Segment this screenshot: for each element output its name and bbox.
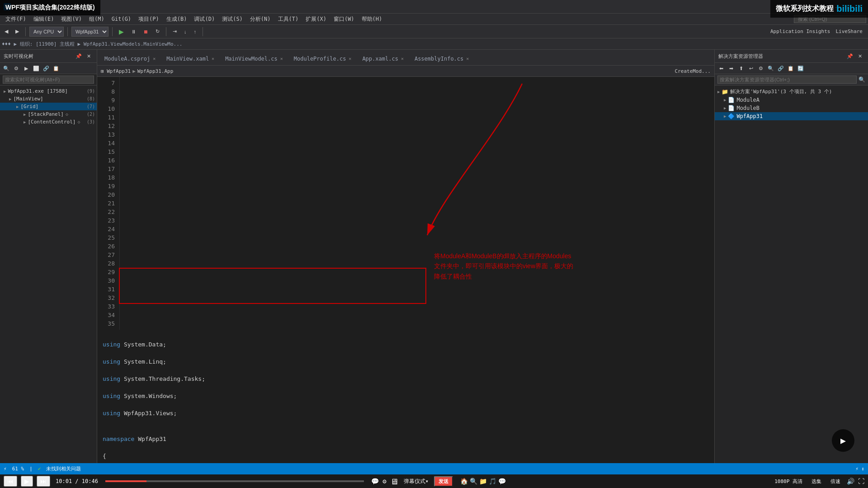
menu-help[interactable]: 帮助(H) (358, 14, 386, 24)
menu-file[interactable]: 文件(F) (2, 14, 30, 24)
taskbar-icon-3[interactable]: 📁 (479, 478, 487, 485)
toolbar-sep-3 (112, 27, 113, 36)
barrage-btn[interactable]: 弹幕仪式▾ (402, 478, 430, 485)
speed-btn[interactable]: 倍速 (828, 477, 843, 486)
menu-build[interactable]: 生成(B) (163, 14, 191, 24)
project-dropdown[interactable]: WpfApp31 (71, 27, 108, 37)
menu-view[interactable]: 视图(V) (57, 14, 85, 24)
config-dropdown[interactable]: Any CPU (29, 27, 64, 37)
tb-forward[interactable]: ▶ (13, 28, 22, 35)
tab-appxamlcs[interactable]: App.xaml.cs ✕ (357, 52, 409, 65)
tree-item-stackpanel[interactable]: ▶ [StackPanel] ◇ (2) (0, 110, 97, 118)
tab-moduleprofile[interactable]: ModuleProfile.cs ✕ (288, 52, 357, 65)
se-tb-2[interactable]: ➡ (726, 64, 736, 73)
prev-button[interactable]: ⏮ (4, 476, 17, 487)
step-over[interactable]: ⇥ (170, 28, 179, 35)
tab-close-moduleprofile[interactable]: ✕ (349, 56, 351, 61)
create-mod-tab[interactable]: CreateMod... (675, 68, 711, 74)
tree-item-grid[interactable]: ▶ [Grid] (7) (0, 103, 97, 110)
se-tb-1[interactable]: ⬅ (717, 64, 726, 73)
playback-time: 10:01 / 10:46 (56, 478, 98, 484)
menu-test[interactable]: 测试(S) (218, 14, 246, 24)
lv-tb-5[interactable]: 🔗 (42, 64, 51, 73)
menu-analyze[interactable]: 分析(N) (246, 14, 274, 24)
step-into[interactable]: ↓ (181, 28, 189, 35)
status-zoom[interactable]: 61 % (12, 466, 24, 472)
live-visual-tree-content: ▶ WpfApp31.exe [17588] (9) ▶ [MainView] … (0, 85, 97, 463)
taskbar-icon-5[interactable]: 💬 (498, 478, 506, 485)
tab-mainview-xaml[interactable]: MainView.xaml ✕ (161, 52, 220, 65)
barrage-icon[interactable]: 💬 (371, 478, 379, 485)
tab-close-appxamlcs[interactable]: ✕ (401, 56, 404, 61)
menu-debug[interactable]: 调试(D) (190, 14, 218, 24)
choice-btn[interactable]: 选集 (809, 477, 824, 486)
se-tb-5[interactable]: ⚙ (756, 64, 765, 73)
tab-close-mainview[interactable]: ✕ (212, 56, 214, 61)
sol-moduleb-label: ModuleB (736, 105, 760, 111)
lv-tb-3[interactable]: ▶ (22, 64, 31, 73)
tab-assemblyinfo[interactable]: AssemblyInfo.cs ✕ (409, 52, 474, 65)
send-button[interactable]: 发送 (434, 476, 453, 487)
menu-group[interactable]: 组(M) (85, 14, 108, 24)
tree-item-contentcontrol[interactable]: ▶ [ContentControl] ◇ (3) (0, 118, 97, 126)
settings-icon[interactable]: ⚙ (382, 478, 386, 485)
menu-edit[interactable]: 编辑(E) (30, 14, 58, 24)
restart-button[interactable]: ↻ (153, 28, 162, 35)
se-pin-button[interactable]: 📌 (845, 52, 854, 61)
lv-tb-2[interactable]: ⚙ (12, 64, 21, 73)
menu-window[interactable]: 窗口(W) (330, 14, 358, 24)
code-editor[interactable]: 7891011 1213141516 1718192021 2223242526… (97, 77, 714, 463)
live-share-btn[interactable]: LiveShare (832, 28, 866, 35)
tab-close-modulea[interactable]: ✕ (153, 56, 156, 61)
menu-tools[interactable]: 工具(T) (274, 14, 302, 24)
tb-back[interactable]: ◀ (2, 28, 11, 35)
lv-tb-6[interactable]: 📋 (52, 64, 61, 73)
sol-moduleb[interactable]: ▶ 📄 ModuleB (715, 104, 868, 112)
resolution-btn[interactable]: 1080P 高清 (772, 477, 805, 486)
taskbar-icon-4[interactable]: 🎵 (489, 478, 496, 485)
insights-label[interactable]: Application Insights (770, 28, 830, 34)
sol-solution-root[interactable]: ▶ 📁 解决方案'WpfApp31'(3 个项目, 共 3 个) (715, 87, 868, 96)
code-content[interactable]: using System.Data; using System.Linq; us… (97, 330, 714, 463)
toolbar-sep-2 (67, 27, 68, 36)
tab-close-assemblyinfo[interactable]: ✕ (466, 56, 469, 61)
se-close-button[interactable]: ✕ (855, 52, 864, 61)
volume-icon[interactable]: 🔊 (847, 478, 854, 485)
sol-wpfapp31[interactable]: ▶ 🔷 WpfApp31 (715, 112, 868, 120)
sol-modulea[interactable]: ▶ 📄 ModuleA (715, 96, 868, 104)
step-out[interactable]: ↑ (191, 28, 199, 35)
live-visual-tree-search-input[interactable] (3, 76, 94, 84)
menu-extensions[interactable]: 扩展(X) (302, 14, 330, 24)
run-button[interactable]: ▶ (116, 27, 127, 36)
solution-explorer-search-input[interactable] (717, 76, 857, 84)
fullscreen-icon[interactable]: ⛶ (858, 478, 864, 485)
se-tb-4[interactable]: ↩ (746, 64, 755, 73)
active-tab-file[interactable]: WpfApp31.App (137, 68, 173, 74)
lv-close-button[interactable]: ✕ (84, 52, 93, 61)
se-tb-8[interactable]: 📋 (786, 64, 795, 73)
tab-close-mainviewmodel[interactable]: ✕ (280, 56, 283, 61)
se-tb-3[interactable]: ⬆ (736, 64, 745, 73)
lv-pin-button[interactable]: 📌 (74, 52, 83, 61)
menu-git[interactable]: Git(G) (108, 15, 135, 23)
taskbar-icon-1[interactable]: 🏠 (460, 478, 468, 485)
active-tab-project[interactable]: ⊞ WpfApp31 (101, 68, 131, 74)
se-tb-6[interactable]: 🔍 (766, 64, 775, 73)
tree-item-exe[interactable]: ▶ WpfApp31.exe [17588] (9) (0, 87, 97, 95)
tree-item-mainview[interactable]: ▶ [MainView] (8) (0, 95, 97, 103)
taskbar-app-1[interactable]: 🖥 (390, 477, 398, 486)
tab-mainviewmodel[interactable]: MainViewModel.cs ✕ (220, 52, 288, 65)
tab-modulea-csproj[interactable]: ModuleA.csproj ✕ (99, 52, 161, 65)
se-tb-refresh[interactable]: 🔄 (796, 64, 805, 73)
se-tb-7[interactable]: 🔗 (776, 64, 785, 73)
taskbar-icon-2[interactable]: 🔍 (470, 478, 477, 485)
menu-project[interactable]: 项目(P) (135, 14, 163, 24)
play-pause-button[interactable]: ▶ (21, 476, 33, 487)
next-button[interactable]: ⏭ (37, 476, 50, 487)
play-button-overlay[interactable]: ▶ (832, 429, 854, 452)
solution-explorer-tree: ▶ 📁 解决方案'WpfApp31'(3 个项目, 共 3 个) ▶ 📄 Mod… (715, 85, 868, 463)
lv-tb-1[interactable]: 🔍 (2, 64, 11, 73)
lv-tb-4[interactable]: ⬜ (32, 64, 41, 73)
pause-button[interactable]: ⏸ (128, 28, 139, 35)
stop-button[interactable]: ⏹ (141, 28, 151, 35)
